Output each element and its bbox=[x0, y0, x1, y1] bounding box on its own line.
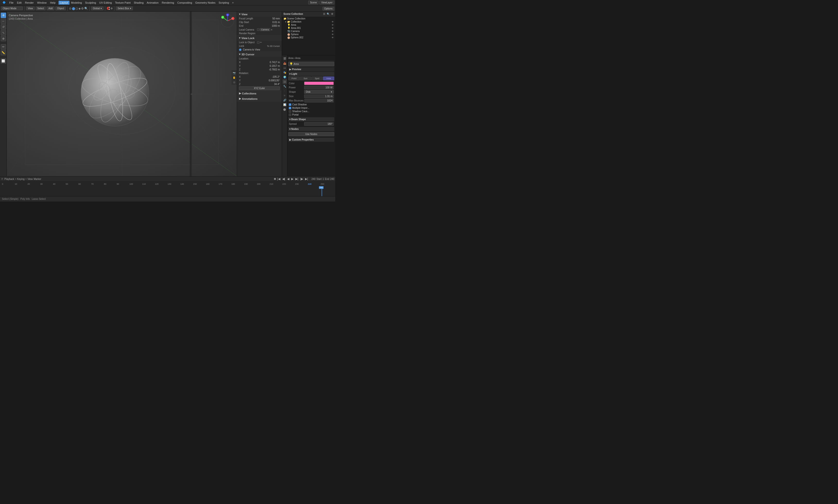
preview-section-title[interactable]: ▶ Preview bbox=[288, 67, 334, 71]
size-value[interactable]: 1.31 m bbox=[304, 94, 334, 98]
tab-modeling[interactable]: Modeling bbox=[70, 1, 84, 5]
light-type-spot[interactable]: Spot bbox=[311, 76, 323, 80]
prop-tab-material[interactable]: ⬤ bbox=[283, 107, 287, 111]
menu-window[interactable]: Window bbox=[36, 1, 48, 5]
toolbar-select[interactable]: Select bbox=[36, 6, 46, 10]
keying-label[interactable]: Keying bbox=[17, 178, 25, 180]
view-section-header[interactable]: ▾ View bbox=[237, 12, 282, 17]
outliner-search-icon[interactable]: 🔍 bbox=[326, 12, 330, 16]
view-layer-name[interactable]: ViewLayer bbox=[319, 1, 334, 4]
mode-selector[interactable]: Object Mode bbox=[1, 6, 23, 10]
tab-rendering[interactable]: Rendering bbox=[160, 1, 176, 5]
camera-vis-btn[interactable]: 👁 bbox=[332, 30, 334, 33]
outliner-filter-icon[interactable]: ☰ bbox=[323, 12, 326, 16]
prop-tab-scene[interactable]: 🎭 bbox=[283, 70, 287, 74]
skip-end-btn[interactable]: ▶| bbox=[305, 177, 308, 181]
lock-value[interactable]: To 3D Cursor bbox=[257, 45, 280, 47]
shape-selector[interactable]: Disk ▾ bbox=[304, 90, 334, 94]
snap-icon[interactable]: 🧲 bbox=[107, 7, 110, 10]
viewlock-section-header[interactable]: ▾ View Lock bbox=[237, 35, 282, 40]
tool-annotate[interactable]: ✏ bbox=[1, 44, 6, 50]
tool-transform[interactable]: ⊕ bbox=[1, 36, 6, 41]
menu-edit[interactable]: Edit bbox=[16, 1, 23, 5]
outliner-options-icon[interactable]: ⚙ bbox=[331, 12, 334, 16]
camera-btn[interactable]: Camera bbox=[260, 28, 270, 31]
focal-length-value[interactable]: 50 mm bbox=[257, 17, 280, 20]
annotations-section-header[interactable]: ▶ Annotations bbox=[237, 96, 282, 101]
light-type-area[interactable]: Area bbox=[323, 76, 335, 80]
breadcrumb-area2[interactable]: Area bbox=[295, 57, 300, 59]
rot-x-value[interactable]: -105.2° bbox=[257, 75, 280, 78]
tool-move[interactable]: ↔ bbox=[1, 18, 6, 24]
prop-tab-data[interactable]: 📊 bbox=[283, 103, 287, 107]
tool-cursor[interactable]: ✛ bbox=[1, 13, 6, 18]
timeline-icon[interactable]: ⏱ bbox=[1, 178, 3, 180]
tab-sculpting[interactable]: Sculpting bbox=[84, 1, 97, 5]
tab-add[interactable]: + bbox=[231, 1, 235, 5]
options-btn[interactable]: Options bbox=[323, 7, 334, 10]
custom-props-section-title[interactable]: ▶ Custom Properties bbox=[288, 138, 334, 142]
menu-render[interactable]: Render bbox=[23, 1, 35, 5]
spread-value[interactable]: 180° bbox=[304, 122, 334, 126]
prop-tab-render[interactable]: 🎬 bbox=[283, 56, 287, 61]
prop-tab-output[interactable]: 📤 bbox=[283, 61, 287, 65]
breadcrumb-area1[interactable]: Area bbox=[288, 57, 293, 59]
tool-rotate[interactable]: ↺ bbox=[1, 24, 6, 30]
light-section-title[interactable]: ▾ Light bbox=[288, 72, 334, 76]
prop-tab-modifier[interactable]: 🔧 bbox=[283, 84, 287, 88]
sphere-vis-btn[interactable]: 👁 bbox=[332, 33, 334, 36]
camera-view-btn[interactable]: 📷 bbox=[232, 71, 236, 75]
portal-checkbox[interactable] bbox=[289, 114, 291, 116]
power-value[interactable]: 100 W bbox=[304, 86, 334, 89]
loc-z-value[interactable]: -0.7602 m bbox=[257, 68, 280, 71]
toolbar-object[interactable]: Object bbox=[55, 6, 66, 10]
playback-label[interactable]: Playback bbox=[4, 178, 14, 180]
viewport-icon-1[interactable]: ⊙ bbox=[69, 7, 71, 10]
use-nodes-button[interactable]: Use Nodes bbox=[288, 132, 334, 136]
lock-edit-btn[interactable]: ✏ bbox=[260, 41, 262, 44]
scene-name[interactable]: Scene bbox=[308, 1, 318, 4]
cursor-section-header[interactable]: ▾ 3D Cursor bbox=[237, 52, 282, 57]
rot-z-value[interactable]: 34.4° bbox=[257, 83, 280, 86]
viewport-icon-3[interactable]: ◻ bbox=[75, 7, 78, 10]
prop-tab-view-layer[interactable]: 🗂 bbox=[283, 66, 287, 70]
max-bounces-value[interactable]: 1024 bbox=[304, 99, 334, 103]
prev-frame-btn[interactable]: ◀ bbox=[287, 177, 290, 181]
timeline-area[interactable]: 240 bbox=[0, 186, 335, 196]
hand-tool-btn[interactable]: ✋ bbox=[232, 75, 236, 79]
multiple-impor-checkbox[interactable] bbox=[289, 107, 291, 109]
light-type-sun[interactable]: Sun bbox=[300, 76, 311, 80]
end-value[interactable]: 1000 m bbox=[257, 24, 280, 27]
area001-vis-btn[interactable]: 👁 bbox=[332, 27, 334, 29]
next-frame-btn[interactable]: ▶| bbox=[295, 177, 299, 181]
tab-compositing[interactable]: Compositing bbox=[176, 1, 194, 5]
camera-close-btn[interactable]: ✕ bbox=[271, 29, 272, 31]
loc-y-value[interactable]: 0.1917 m bbox=[257, 65, 280, 67]
prev-keyframe-btn[interactable]: ◀| bbox=[282, 177, 286, 181]
end-value[interactable]: 240 bbox=[330, 178, 334, 180]
tool-scale[interactable]: ⤡ bbox=[1, 30, 6, 35]
outliner-item-area001[interactable]: 💡 Area.001 👁 bbox=[282, 26, 335, 30]
prop-tab-object[interactable]: ◻ bbox=[283, 79, 287, 84]
tab-animation[interactable]: Animation bbox=[145, 1, 160, 5]
object-name[interactable]: Area bbox=[294, 62, 333, 65]
current-frame-display[interactable]: 240 bbox=[311, 178, 316, 180]
camera-to-view-label[interactable]: Camera to View bbox=[243, 48, 280, 51]
toolbar-view[interactable]: View bbox=[26, 6, 35, 10]
tab-shading[interactable]: Shading bbox=[132, 1, 145, 5]
toolbar-add[interactable]: Add bbox=[47, 6, 54, 10]
cast-shadow-checkbox[interactable] bbox=[289, 104, 291, 106]
beam-shape-section-title[interactable]: ▾ Beam Shape bbox=[288, 117, 334, 121]
tab-geo-nodes[interactable]: Geometry Nodes bbox=[194, 1, 217, 5]
outliner-item-collection[interactable]: ▸ 📁 Collection 👁 bbox=[282, 20, 335, 23]
tab-uv-editing[interactable]: UV Editing bbox=[97, 1, 113, 5]
collection-vis-btn[interactable]: 👁 bbox=[332, 21, 334, 23]
local-camera-checkbox[interactable] bbox=[257, 29, 260, 31]
marker-label[interactable]: Marker bbox=[34, 178, 41, 180]
collections-section-header[interactable]: ▶ Collections bbox=[237, 91, 282, 96]
loc-x-value[interactable]: 0.7417 m bbox=[257, 61, 280, 64]
color-swatch[interactable] bbox=[304, 82, 334, 85]
prop-tab-particles[interactable]: · bbox=[283, 89, 287, 93]
play-btn[interactable]: ▶ bbox=[291, 177, 294, 181]
viewport-icon-2[interactable]: ⬤ bbox=[72, 7, 75, 10]
